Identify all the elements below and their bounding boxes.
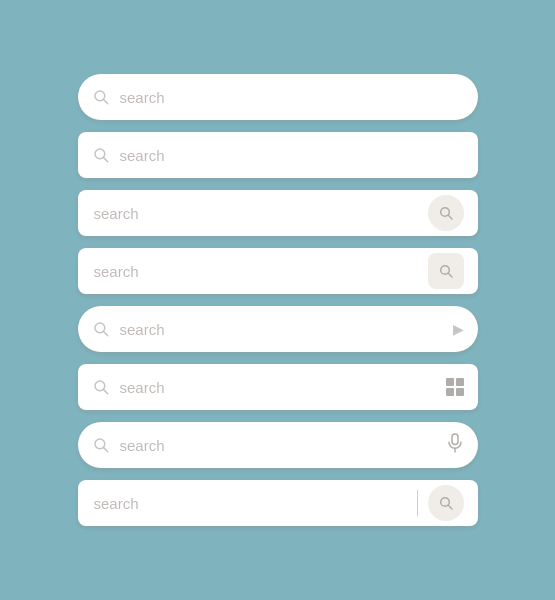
svg-rect-14 [452, 434, 458, 445]
search-placeholder-4: search [94, 263, 428, 280]
search-icon-1 [92, 88, 110, 106]
svg-line-3 [103, 158, 107, 162]
search-icon-6 [92, 378, 110, 396]
search-bar-5[interactable]: search ▶ [78, 306, 478, 352]
search-placeholder-2: search [120, 147, 464, 164]
play-icon-5[interactable]: ▶ [453, 321, 464, 337]
svg-line-7 [448, 273, 452, 277]
search-placeholder-6: search [120, 379, 446, 396]
svg-line-11 [103, 390, 107, 394]
svg-line-17 [448, 505, 452, 509]
search-icon-5 [92, 320, 110, 338]
search-button-4[interactable] [428, 253, 464, 289]
search-placeholder-3: search [94, 205, 428, 222]
search-bar-3[interactable]: search [78, 190, 478, 236]
search-button-8[interactable] [428, 485, 464, 521]
search-placeholder-8: search [94, 495, 417, 512]
grid-icon-6[interactable] [446, 378, 464, 396]
svg-line-9 [103, 332, 107, 336]
search-bar-1[interactable]: search [78, 74, 478, 120]
search-bar-6[interactable]: search [78, 364, 478, 410]
mic-icon-7[interactable] [446, 433, 464, 457]
svg-line-1 [103, 100, 107, 104]
search-icon-2 [92, 146, 110, 164]
search-bar-2[interactable]: search [78, 132, 478, 178]
search-placeholder-7: search [120, 437, 446, 454]
search-bar-7[interactable]: search [78, 422, 478, 468]
search-bar-8[interactable]: search [78, 480, 478, 526]
search-bar-4[interactable]: search [78, 248, 478, 294]
search-placeholder-5: search [120, 321, 453, 338]
search-icon-7 [92, 436, 110, 454]
search-button-3[interactable] [428, 195, 464, 231]
search-placeholder-1: search [120, 89, 464, 106]
svg-line-5 [448, 215, 452, 219]
search-bars-container: search search search search [78, 74, 478, 526]
divider-8 [417, 490, 418, 516]
svg-line-13 [103, 448, 107, 452]
